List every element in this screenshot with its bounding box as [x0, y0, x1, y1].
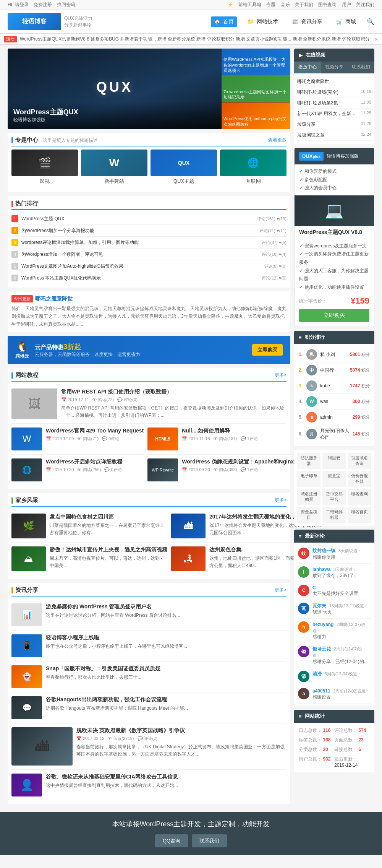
- hero-thumb-3[interactable]: WordPress使用timthumb.php批文次缩略图教程: [222, 102, 290, 129]
- footer-contact-button[interactable]: 联系我们: [192, 834, 227, 847]
- logo[interactable]: 轻语博客 QUX充沛活力 分享新鲜事物: [8, 13, 92, 30]
- nav-home[interactable]: 🏠 首页: [211, 16, 237, 27]
- video-tab-play[interactable]: 播放中心: [294, 62, 321, 73]
- quick-item-12[interactable]: 域名首页: [348, 507, 371, 523]
- prev-tool-link[interactable]: ⚡ 前端工具箱: [228, 2, 261, 7]
- hometown-title-1[interactable]: 盘点中国特色食材之四川篇: [50, 514, 167, 520]
- search-button[interactable]: 🔍: [367, 18, 374, 25]
- findpass-link[interactable]: 找回密码: [57, 2, 75, 7]
- nav-shop[interactable]: 🛒 商城: [333, 16, 359, 27]
- score-item-2[interactable]: 2. 中 中国行 5074 积分: [299, 362, 370, 378]
- comment-item-2[interactable]: l lanhawa 3天前说道： 放到了缓存，33钉了。: [298, 564, 371, 582]
- score-item-1[interactable]: 1. 私 私 小刘 5801 积分: [299, 347, 370, 362]
- quick-item-9[interactable]: 域名查询: [348, 489, 371, 505]
- ad-buy-button[interactable]: 立即购买: [252, 344, 283, 356]
- topics-more[interactable]: 查看更多: [268, 137, 286, 143]
- quick-item-4[interactable]: 电子印章: [297, 471, 320, 487]
- hero-slider[interactable]: QUX WordPress主题QUX 轻语博客加强版 使用WordPress A…: [8, 49, 290, 129]
- quick-item-11[interactable]: 二维码解析器: [322, 507, 346, 523]
- hot-item-2[interactable]: 2 为WordPress增加一个分享海报功能 评论(71) ♥(11): [11, 225, 286, 237]
- info-info-5: 脱欧未决 英政府最新《数字英国战略》引争议 📅 2017-03-12 👁 阅读(…: [76, 727, 286, 766]
- hot-item-5[interactable]: 5 WordPress文章图片加Auto-highslide扫描预览效果 评论(…: [11, 260, 286, 272]
- login-link[interactable]: HI, 请登录: [8, 2, 29, 7]
- tutorial-title-3[interactable]: WordPress开启多站点详细教程: [46, 458, 144, 465]
- info-more[interactable]: 更多>: [275, 587, 286, 593]
- follow-link[interactable]: 关注我们: [356, 2, 374, 7]
- tutorial-item-2[interactable]: W WordPress官网 429 Too Many Request 📅 201…: [11, 424, 144, 455]
- nav-info[interactable]: 📰 资讯分享: [289, 16, 325, 27]
- hot-item-6[interactable]: 6 WordPress 本站主题QUX优化代码演示 评论(12) ♥(0): [11, 272, 286, 284]
- comment-item-6[interactable]: 锄 锄墙王花 2周前(12-07)说道： 感谢分享，已经(12-04)的...: [298, 643, 371, 668]
- topic-qux[interactable]: QUX QUX主题: [151, 150, 217, 185]
- video-tab-contact[interactable]: 联系我们: [348, 62, 374, 73]
- score-item-6[interactable]: 6. 月 月光侠(旧杀人心)* 145 积分: [299, 425, 370, 443]
- quick-item-7[interactable]: 域名注册购买: [297, 489, 320, 505]
- video-item-1[interactable]: 哪吒打-垃圾场(完全) 10.19: [297, 87, 371, 98]
- tutorial-title-main[interactable]: 常用WP REST API 接口使用介绍（获取数据）: [61, 388, 286, 395]
- info-title-6[interactable]: 谷歌、微软还未从推基础安那里传CIA网络攻击工具信息: [46, 774, 286, 780]
- comment-item-5[interactable]: h hezuyang 2周前(12-07)说道： 感谢力: [298, 619, 371, 643]
- info-item-1[interactable]: 📊 游免暴露你的 WordPress 管理员登录用户名 这里在讨论讨论讨论分析、…: [11, 600, 286, 631]
- quick-item-10[interactable]: 资金盘项目: [297, 507, 320, 523]
- ad-banner[interactable]: 🐧 腾讯云 云产品特惠3折起 云服务器，云函数等等服务，速度更快，运营更省力 立…: [8, 336, 290, 364]
- tutorial-more[interactable]: 更多>: [275, 372, 286, 379]
- register-link[interactable]: 免费注册: [34, 2, 52, 7]
- quick-item-2[interactable]: 阿里云: [322, 453, 346, 469]
- tutorial-item-main[interactable]: 🖼 常用WP REST API 接口使用介绍（获取数据） 📅 2019-12-1…: [11, 385, 286, 423]
- comment-item-3[interactable]: C C 太不先是找好安全设置: [298, 582, 371, 600]
- nav-tech[interactable]: 📁 网站技术: [244, 16, 281, 27]
- topic-wp[interactable]: W 新手建站: [81, 150, 147, 185]
- score-item-5[interactable]: 5. a admin 299 积分: [299, 410, 370, 425]
- quick-item-5[interactable]: 流量宝: [322, 471, 346, 487]
- info-item-4[interactable]: 💬 谷歌Hangouts出出两项新功能，强化工作会议流程 近期谷歌 Hangou…: [11, 692, 286, 723]
- quick-item-6[interactable]: 低价云服务器: [348, 471, 371, 487]
- info-item-3[interactable]: 👻 Snap「国服不对称」：引发美国证值委员员质疑 春春整旅行行，那次去比比比里…: [11, 662, 286, 692]
- info-item-6[interactable]: 👤 谷歌、微软还未从推基础安那里传CIA网络攻击工具信息 这中央情报局曾经直接到…: [11, 770, 286, 800]
- hometown-item-3[interactable]: ⛰ 骄傲！达州城市宣传片上央视，遇见之州高清视频 周末乃至，高清电视宣传片。可以…: [11, 543, 167, 575]
- quick-item-1[interactable]: 防扒服务器: [297, 453, 320, 469]
- info-title-2[interactable]: 轻语博客小程序上线啦: [46, 634, 286, 641]
- info-title-5[interactable]: 脱欧未决 英政府最新《数字英国战略》引争议: [76, 727, 286, 734]
- footer-qq-button[interactable]: QQ咨询: [155, 834, 188, 847]
- bookstore-link[interactable]: 图书查询: [318, 2, 337, 7]
- hero-main[interactable]: QUX WordPress主题QUX 轻语博客加强版: [8, 49, 222, 129]
- comment-item-8[interactable]: a a400511 2周前(12-02)说道： 感谢设置: [298, 685, 371, 704]
- hero-thumb-2[interactable]: 7a wordpress主题网站图标加一个加强记录发: [222, 75, 290, 102]
- today-title[interactable]: 哪吒之魔童降世: [35, 296, 73, 302]
- info-title-4[interactable]: 谷歌Hangouts出出两项新功能，强化工作会议流程: [46, 696, 286, 703]
- comment-item-7[interactable]: 清 清浩 3周前(12-04)说道：: [298, 668, 371, 685]
- video-item-2[interactable]: 哪吒打-垃圾场第2集 11.09: [297, 98, 371, 109]
- info-title-3[interactable]: Snap「国服不对称」：引发美国证值委员员质疑: [46, 665, 286, 672]
- comment-item-1[interactable]: 蚊 蚊封稳一镇 3天前说道： 感谢你使用: [298, 545, 371, 564]
- ticker-close-icon[interactable]: ✕: [374, 37, 378, 42]
- hot-item-3[interactable]: 3 wordpress评论框深加载推简单、加粗，引用、图片等功能 评论(37) …: [11, 237, 286, 249]
- hero-thumb-1[interactable]: 使用WordPress API实现投资，为你的wordpress主题增加一个管理…: [222, 49, 290, 75]
- video-item-3[interactable]: 新一代X15四用双女，全新上市！！ 11.28: [297, 109, 371, 119]
- hometown-item-1[interactable]: 🌿 盘点中国特色食材之四川篇 川菜是我国著名的地方菜系之一，在厨案乃至家常烹饪上…: [11, 510, 167, 543]
- hometown-more[interactable]: 更多>: [275, 497, 286, 504]
- music-link[interactable]: 音乐: [281, 2, 290, 7]
- topic-film[interactable]: 🎬 影视: [11, 150, 78, 185]
- tutorial-title-2[interactable]: WordPress官网 429 Too Many Request: [46, 427, 144, 434]
- quick-item-8[interactable]: 货币交易平台: [322, 489, 346, 505]
- info-item-2[interactable]: 📱 轻语博客小程序上线啦 终于也在公众号之后，小程序也终于上线了，在哪里也可以继…: [11, 631, 286, 662]
- comment-item-4[interactable]: 瓦 瓦尔夫 13周前(12-11)说道： 我道 大火: [298, 600, 371, 619]
- hometown-title-3[interactable]: 骄傲！达州城市宣传片上央视，遇见之州高清视频: [50, 546, 167, 553]
- topics-link[interactable]: 专题: [266, 2, 275, 7]
- video-item-5[interactable]: 垃圾测试文章 02.24: [297, 130, 371, 141]
- video-tab-share[interactable]: 视频分享: [321, 62, 348, 73]
- video-item-4[interactable]: 垃圾分享 01.28: [297, 119, 371, 130]
- topic-internet[interactable]: 🌐 互联网: [220, 150, 286, 185]
- info-title-1[interactable]: 游免暴露你的 WordPress 管理员登录用户名: [46, 603, 286, 610]
- users-link[interactable]: 用户: [342, 2, 351, 7]
- dux-buy-button[interactable]: 立即购买: [299, 309, 369, 322]
- score-item-4[interactable]: 4. W was 300 积分: [299, 394, 370, 410]
- about-link[interactable]: 关于我们: [295, 2, 313, 7]
- hot-item-1[interactable]: 1 WordPress主题 QUX 评论(161) ♥(19): [11, 213, 286, 225]
- tutorial-item-3[interactable]: 🌐 WordPress开启多站点详细教程 📅 2019-10-30 👁 阅读(2…: [11, 455, 144, 485]
- score-item-3[interactable]: 3. k kobe 1747 积分: [299, 378, 370, 394]
- info-item-5[interactable]: 🏙 脱欧未决 英政府最新《数字英国战略》引争议 📅 2017-03-12 👁 阅…: [11, 723, 286, 770]
- hot-item-4[interactable]: 4 为Wordpress增加一个数随者、评论可见 评论(10) ♥(4): [11, 249, 286, 260]
- video-item-0[interactable]: 哪吒之魔童降世: [297, 76, 371, 87]
- quick-item-3[interactable]: 百度域名查询: [348, 453, 371, 469]
